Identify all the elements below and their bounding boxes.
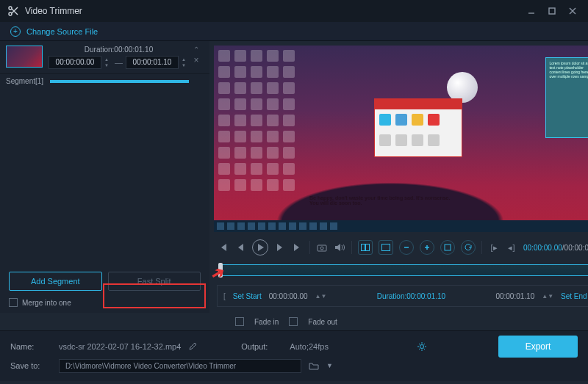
taskbar-graphic xyxy=(214,220,588,232)
sticky-note-graphic: Lorem ipsum dolor sit amet text note pla… xyxy=(545,57,588,138)
change-source-bar[interactable]: + Change Source File xyxy=(0,22,588,41)
minimize-button[interactable] xyxy=(523,3,539,19)
fade-out-label: Fade out xyxy=(308,318,337,326)
video-preview[interactable]: Lorem ipsum dolor sit amet text note pla… xyxy=(214,46,588,232)
playback-controls: [▸ ◂] 00:00:00.00/00:00:01.10 xyxy=(209,236,588,258)
fade-in-label: Fade in xyxy=(254,318,279,326)
add-segment-label: Add Segment xyxy=(31,277,80,286)
spinner-icon[interactable]: ▲▼ xyxy=(542,293,553,300)
svg-rect-6 xyxy=(366,244,370,251)
export-button[interactable]: Export xyxy=(498,336,578,358)
svg-point-0 xyxy=(9,7,12,10)
merge-label: Merge into one xyxy=(22,299,71,307)
svg-rect-2 xyxy=(549,8,555,14)
divider xyxy=(309,241,310,254)
snapshot-icon[interactable] xyxy=(316,242,328,253)
step-back-icon[interactable] xyxy=(234,242,246,253)
browse-folder-icon[interactable] xyxy=(309,361,319,370)
time-display: 00:00:00.00/00:00:01.10 xyxy=(523,244,588,252)
fade-row: Fade in Fade out xyxy=(0,313,588,330)
dropdown-icon[interactable]: ▼ xyxy=(326,362,333,369)
segment-start-input[interactable]: 00:00:00.00 xyxy=(49,56,101,69)
zoom-in-icon[interactable] xyxy=(420,240,434,255)
fade-in-checkbox[interactable] xyxy=(235,317,244,326)
spinner-icon[interactable]: ▲▼ xyxy=(315,293,327,300)
divider xyxy=(481,241,482,254)
caret-down-icon[interactable]: ▼ xyxy=(182,63,189,68)
right-panel: Lorem ipsum dolor sit amet text note pla… xyxy=(209,41,588,313)
svg-rect-5 xyxy=(362,244,365,251)
output-label: Output: xyxy=(241,342,282,351)
dash-separator: — xyxy=(115,58,123,67)
edit-name-icon[interactable] xyxy=(188,342,197,351)
play-button[interactable] xyxy=(252,239,268,256)
scissors-icon xyxy=(7,5,19,17)
range-start-time[interactable]: 00:00:00.00 xyxy=(269,292,308,300)
desktop-icons-graphic xyxy=(218,50,295,191)
caret-down-icon[interactable]: ▼ xyxy=(104,63,112,68)
preview-caption: Be happy, don't waste your time being sa… xyxy=(309,195,450,206)
bracket-in-icon[interactable]: [▸ xyxy=(488,242,500,253)
name-label: Name: xyxy=(10,342,51,351)
zoom-out-icon[interactable] xyxy=(399,240,414,255)
bracket-open-icon: [ xyxy=(223,292,226,300)
svg-point-4 xyxy=(320,247,323,250)
remove-segment-icon[interactable]: × xyxy=(193,55,198,65)
svg-rect-3 xyxy=(318,245,326,251)
fit-icon[interactable] xyxy=(440,240,455,255)
single-view-icon[interactable] xyxy=(379,240,393,255)
collapse-icon[interactable]: ⌃ xyxy=(193,46,199,54)
footer: Name: vsdc-sr 2022-02-07 16-12-32.mp4 Ou… xyxy=(0,330,588,381)
svg-rect-7 xyxy=(382,244,390,251)
close-button[interactable] xyxy=(564,3,581,19)
save-path-field[interactable]: D:\Vidmore\Vidmore Video Converter\Video… xyxy=(59,359,301,373)
add-segment-button[interactable]: Add Segment xyxy=(9,272,102,291)
range-duration: Duration:00:00:01.10 xyxy=(334,292,488,300)
change-source-label: Change Source File xyxy=(26,27,98,36)
segment-thumbnail[interactable] xyxy=(6,46,43,68)
segment-end-input[interactable]: 00:00:01.10 xyxy=(126,56,179,69)
segment-row[interactable]: Duration:00:00:01.10 00:00:00.00 ▲▼ — 00… xyxy=(0,41,209,74)
divider xyxy=(351,241,352,254)
caret-up-icon[interactable]: ▲ xyxy=(182,57,189,62)
step-forward-icon[interactable] xyxy=(274,242,286,253)
bracket-out-icon[interactable]: ◂] xyxy=(506,242,517,253)
set-end-button[interactable]: Set End xyxy=(561,292,587,300)
gear-icon[interactable] xyxy=(417,341,427,352)
mini-window-graphic xyxy=(374,98,462,157)
file-name: vsdc-sr 2022-02-07 16-12-32.mp4 xyxy=(59,342,181,351)
segment-label: Segment[1] xyxy=(6,77,50,85)
export-label: Export xyxy=(526,341,551,352)
range-end-time[interactable]: 00:00:01.10 xyxy=(495,292,534,300)
skip-start-icon[interactable] xyxy=(217,242,229,253)
svg-rect-8 xyxy=(445,244,451,250)
output-value: Auto;24fps xyxy=(290,342,329,351)
app-title: Video Trimmer xyxy=(25,6,523,16)
plus-circle-icon: + xyxy=(10,26,21,37)
segment-progress-bar[interactable] xyxy=(50,80,189,83)
fade-out-checkbox[interactable] xyxy=(289,317,298,326)
caret-up-icon[interactable]: ▲ xyxy=(104,57,112,62)
svg-point-1 xyxy=(9,12,12,15)
merge-checkbox[interactable] xyxy=(9,298,18,307)
titlebar: Video Trimmer xyxy=(0,0,588,22)
left-panel: Duration:00:00:01.10 00:00:00.00 ▲▼ — 00… xyxy=(0,41,209,313)
reset-icon[interactable] xyxy=(461,240,476,255)
split-view-icon[interactable] xyxy=(358,240,373,255)
fast-split-button[interactable]: Fast Split xyxy=(108,272,201,291)
window-controls xyxy=(523,3,581,19)
volume-icon[interactable] xyxy=(334,242,345,253)
svg-point-9 xyxy=(420,345,423,349)
timeline-track[interactable] xyxy=(220,264,588,276)
timeline[interactable] xyxy=(217,261,588,280)
maximize-button[interactable] xyxy=(544,3,560,19)
segment-duration-label: Duration:00:00:01.10 xyxy=(49,46,189,54)
skip-end-icon[interactable] xyxy=(292,242,304,253)
set-start-button[interactable]: Set Start xyxy=(233,292,262,300)
fast-split-label: Fast Split xyxy=(137,277,171,286)
save-to-label: Save to: xyxy=(10,361,51,370)
range-bar: [ Set Start 00:00:00.00 ▲▼ Duration:00:0… xyxy=(217,285,588,307)
